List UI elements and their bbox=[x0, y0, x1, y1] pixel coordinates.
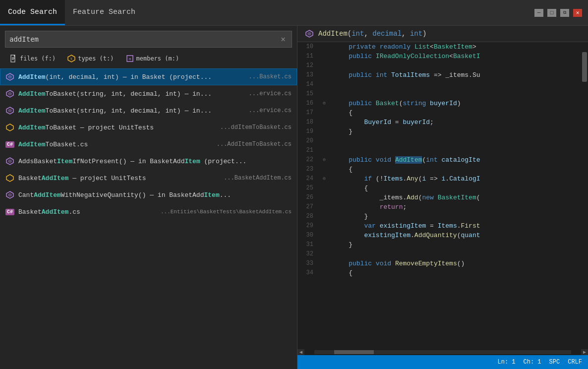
code-line-30: existingItem.AddQuantity(quant bbox=[329, 231, 581, 240]
close-button[interactable]: ✕ bbox=[573, 9, 582, 17]
svg-marker-13 bbox=[8, 109, 12, 113]
code-line-18: BuyerId = buyerId; bbox=[329, 118, 581, 127]
result-item-8[interactable]: CantAddItemWithNegativeQuantity() — in B… bbox=[0, 186, 297, 203]
status-ch[interactable]: Ch: 1 bbox=[524, 359, 541, 366]
filter-types-button[interactable]: t types (t:) bbox=[63, 53, 118, 64]
main-content: ✕ files (f:) t types (t:) bbox=[0, 26, 588, 369]
svg-text:m: m bbox=[128, 57, 130, 61]
maximize-button[interactable]: □ bbox=[547, 9, 556, 17]
code-title: AddItem(int, decimal, int) bbox=[318, 30, 427, 38]
code-line-28: } bbox=[329, 212, 581, 221]
line-num-23: 23 bbox=[297, 165, 319, 174]
line-num-22: 22 bbox=[297, 155, 319, 165]
tab-feature-search-label: Feature Search bbox=[73, 8, 135, 16]
code-line-13: public int TotalItems => _items.Su bbox=[329, 70, 581, 80]
left-panel: ✕ files (f:) t types (t:) bbox=[0, 26, 297, 369]
code-line-27: return; bbox=[329, 202, 581, 212]
result-item-2[interactable]: AddItemToBasket(string, int, decimal, in… bbox=[0, 85, 297, 102]
scroll-right-button[interactable]: ▶ bbox=[581, 349, 588, 355]
line-num-30: 30 bbox=[297, 231, 319, 240]
svg-marker-17 bbox=[6, 175, 13, 182]
line-num-26: 26 bbox=[297, 193, 319, 202]
horizontal-scrollbar[interactable]: ◀ ▶ bbox=[297, 349, 588, 355]
status-line-ending[interactable]: CRLF bbox=[568, 359, 582, 366]
code-line-19: } bbox=[329, 127, 581, 136]
scroll-thumb-vertical[interactable] bbox=[582, 52, 587, 82]
tab-code-search-label: Code Search bbox=[8, 8, 57, 16]
code-line-20 bbox=[329, 136, 581, 146]
scroll-left-button[interactable]: ◀ bbox=[297, 349, 304, 355]
line-num-31: 31 bbox=[297, 240, 319, 249]
svg-marker-19 bbox=[8, 193, 12, 197]
result-item-7[interactable]: BasketAddItem — project UnitTests ...Bas… bbox=[0, 170, 297, 186]
line-num-17: 17 bbox=[297, 108, 319, 118]
result-file-3: ...ervice.cs bbox=[249, 107, 292, 114]
code-line-26: _items.Add(new BasketItem( bbox=[329, 193, 581, 202]
results-list: AddItem(int, decimal, int) — in Basket (… bbox=[0, 68, 297, 369]
line-num-33: 33 bbox=[297, 259, 319, 268]
code-line-11: public IReadOnlyCollection<BasketI bbox=[329, 52, 581, 61]
search-clear-button[interactable]: ✕ bbox=[279, 34, 288, 44]
search-box-wrap: ✕ bbox=[0, 26, 297, 51]
line-num-19: 19 bbox=[297, 127, 319, 136]
types-icon: t bbox=[67, 55, 75, 62]
result-icon-9: C# bbox=[5, 207, 14, 216]
result-item-3[interactable]: AddItemToBasket(string, int, decimal, in… bbox=[0, 102, 297, 119]
code-line-16: public Basket(string buyerId) bbox=[329, 99, 581, 108]
line-numbers: 10 11 12 13 14 15 16 17 18 19 20 21 22 2… bbox=[297, 42, 319, 349]
status-right: Ln: 1 Ch: 1 SPC CRLF bbox=[498, 359, 582, 366]
search-box-container: ✕ bbox=[5, 31, 292, 48]
line-num-24: 24 bbox=[297, 174, 319, 184]
vertical-scrollbar[interactable] bbox=[581, 42, 588, 349]
scroll-track bbox=[314, 350, 571, 354]
file-icon bbox=[9, 55, 17, 62]
result-item-6[interactable]: AddsBasketItemIfNotPresent() — in Basket… bbox=[0, 153, 297, 170]
result-icon-7 bbox=[5, 174, 14, 183]
svg-marker-9 bbox=[8, 75, 12, 79]
code-header-icon bbox=[305, 30, 313, 38]
line-num-29: 29 bbox=[297, 221, 319, 231]
line-num-25: 25 bbox=[297, 184, 319, 193]
result-item-1[interactable]: AddItem(int, decimal, int) — in Basket (… bbox=[0, 68, 297, 85]
svg-marker-14 bbox=[6, 124, 13, 131]
status-encoding[interactable]: SPC bbox=[549, 359, 560, 366]
code-line-12 bbox=[329, 61, 581, 70]
code-line-10: private readonly List<BasketItem> bbox=[329, 42, 581, 52]
result-file-7: ...BasketAddItem.cs bbox=[224, 175, 292, 182]
line-num-28: 28 bbox=[297, 212, 319, 221]
code-line-14 bbox=[329, 80, 581, 89]
line-num-13: 13 bbox=[297, 70, 319, 80]
scroll-thumb-horizontal[interactable] bbox=[334, 350, 374, 354]
right-panel: AddItem(int, decimal, int) 10 11 12 13 1… bbox=[297, 26, 588, 369]
code-line-25: { bbox=[329, 184, 581, 193]
code-line-22: public void AddItem(int catalogIte bbox=[329, 155, 581, 165]
result-text-2: AddItemToBasket(string, int, decimal, in… bbox=[18, 90, 242, 98]
result-icon-2 bbox=[5, 89, 14, 98]
result-text-8: CantAddItemWithNegativeQuantity() — in B… bbox=[18, 191, 285, 199]
line-num-14: 14 bbox=[297, 80, 319, 89]
code-line-24: if (!Items.Any(i => i.CatalogI bbox=[329, 174, 581, 184]
line-num-11: 11 bbox=[297, 52, 319, 61]
filter-files-button[interactable]: files (f:) bbox=[5, 53, 60, 64]
result-item-9[interactable]: C# BasketAddItem.cs ...Entities\BasketTe… bbox=[0, 203, 297, 220]
restore-button[interactable]: ⧉ bbox=[560, 9, 569, 17]
result-file-1: ...Basket.cs bbox=[249, 73, 292, 80]
result-icon-5: C# bbox=[5, 140, 14, 149]
line-num-20: 20 bbox=[297, 136, 319, 146]
filter-members-label: members (m:) bbox=[136, 55, 179, 62]
status-ln[interactable]: Ln: 1 bbox=[498, 359, 516, 366]
result-item-5[interactable]: C# AddItemToBasket.cs ...AddItemToBasket… bbox=[0, 136, 297, 153]
code-line-31: } bbox=[329, 240, 581, 249]
tab-code-search[interactable]: Code Search bbox=[0, 0, 65, 25]
code-line-29: var existingItem = Items.First bbox=[329, 221, 581, 231]
line-num-32: 32 bbox=[297, 249, 319, 259]
minimize-button[interactable]: ─ bbox=[534, 9, 543, 17]
result-text-7: BasketAddItem — project UnitTests bbox=[18, 175, 217, 182]
line-num-34: 34 bbox=[297, 268, 319, 278]
line-num-16: 16 bbox=[297, 99, 319, 108]
filter-members-button[interactable]: m members (m:) bbox=[121, 53, 184, 64]
result-item-4[interactable]: AddItemToBasket — project UnitTests ...d… bbox=[0, 119, 297, 136]
tab-feature-search[interactable]: Feature Search bbox=[65, 0, 143, 25]
filter-files-label: files (f:) bbox=[20, 55, 56, 62]
search-input[interactable] bbox=[9, 35, 279, 43]
